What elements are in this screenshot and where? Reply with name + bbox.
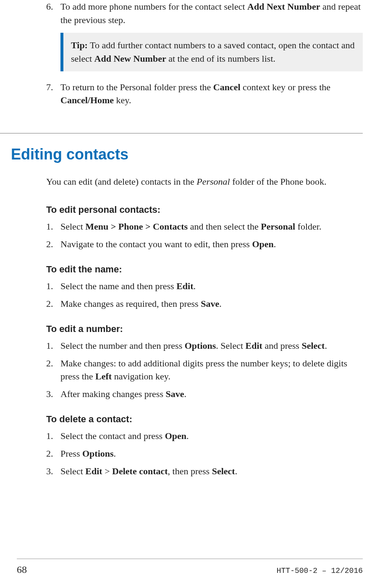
section-intro: You can edit (and delete) contacts in th…	[46, 175, 363, 188]
step-text: Make changes: to add additional digits p…	[60, 358, 347, 382]
document-id: HTT-500-2 – 12/2016	[277, 567, 363, 575]
list-item: 2. Press Options.	[46, 447, 363, 460]
step-number: 1.	[46, 339, 53, 353]
subhead-delete-contact: To delete a contact:	[46, 413, 363, 426]
step-text: To return to the Personal folder press t…	[60, 82, 330, 106]
list-item: 1. Select Menu > Phone > Contacts and th…	[46, 220, 363, 233]
step-text: After making changes press Save.	[60, 389, 186, 399]
section-divider	[0, 133, 363, 133]
step-number: 2.	[46, 357, 53, 370]
list-item: 2. Make changes: to add additional digit…	[46, 357, 363, 384]
tip-text: To add further contact numbers to a save…	[71, 40, 355, 64]
step-text: Select the name and then press Edit.	[60, 281, 196, 291]
step-text: Select Menu > Phone > Contacts and then …	[60, 221, 321, 232]
step-number: 1.	[46, 220, 53, 233]
step-number: 2.	[46, 238, 53, 251]
tip-label: Tip:	[71, 40, 88, 50]
step-text: Select the number and then press Options…	[60, 340, 327, 351]
list-item: 1. Select the number and then press Opti…	[46, 339, 363, 353]
step-number: 2.	[46, 447, 53, 460]
section-heading: Editing contacts	[11, 144, 363, 165]
tip-callout: Tip: To add further contact numbers to a…	[60, 33, 363, 71]
step-6: 6. To add more phone numbers for the con…	[46, 0, 363, 27]
step-number: 1.	[46, 429, 53, 443]
step-number: 3.	[46, 387, 53, 401]
edit-personal-steps: 1. Select Menu > Phone > Contacts and th…	[46, 220, 363, 251]
step-number: 3.	[46, 465, 53, 478]
continued-steps-2: 7. To return to the Personal folder pres…	[46, 81, 363, 107]
subhead-edit-name: To edit the name:	[46, 263, 363, 276]
page-footer: 68 HTT-500-2 – 12/2016	[17, 559, 363, 575]
step-text: Press Options.	[60, 448, 116, 459]
step-number: 6.	[46, 0, 53, 13]
step-number: 1.	[46, 280, 53, 293]
continued-steps: 6. To add more phone numbers for the con…	[46, 0, 363, 27]
content-area: 6. To add more phone numbers for the con…	[17, 0, 363, 478]
step-7: 7. To return to the Personal folder pres…	[46, 81, 363, 107]
list-item: 1. Select the name and then press Edit.	[46, 280, 363, 293]
page: 6. To add more phone numbers for the con…	[0, 0, 385, 588]
step-text: Select Edit > Delete contact, then press…	[60, 466, 237, 476]
step-text: Select the contact and press Open.	[60, 431, 189, 441]
step-text: Make changes as required, then press Sav…	[60, 298, 222, 309]
list-item: 3. After making changes press Save.	[46, 387, 363, 401]
step-number: 2.	[46, 297, 53, 311]
subhead-edit-personal: To edit personal contacts:	[46, 203, 363, 217]
step-text: Navigate to the contact you want to edit…	[60, 239, 276, 249]
edit-number-steps: 1. Select the number and then press Opti…	[46, 339, 363, 401]
list-item: 2. Navigate to the contact you want to e…	[46, 238, 363, 251]
list-item: 3. Select Edit > Delete contact, then pr…	[46, 465, 363, 478]
step-text: To add more phone numbers for the contac…	[60, 1, 361, 25]
edit-name-steps: 1. Select the name and then press Edit. …	[46, 280, 363, 311]
step-number: 7.	[46, 81, 53, 94]
list-item: 1. Select the contact and press Open.	[46, 429, 363, 443]
delete-contact-steps: 1. Select the contact and press Open. 2.…	[46, 429, 363, 478]
page-number: 68	[17, 564, 27, 575]
subhead-edit-number: To edit a number:	[46, 322, 363, 336]
list-item: 2. Make changes as required, then press …	[46, 297, 363, 311]
